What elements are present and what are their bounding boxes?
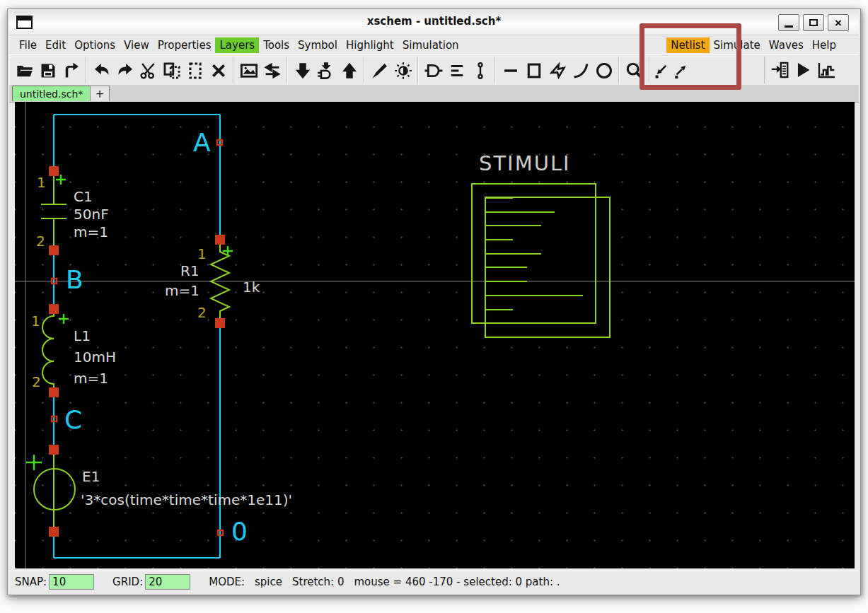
maximize-button[interactable] (803, 14, 824, 31)
make-symbol-icon (424, 62, 443, 80)
place-pin-icon (471, 62, 490, 80)
menu-item-highlight[interactable]: Highlight (342, 37, 398, 53)
toggle-colors-icon (394, 62, 412, 80)
draw-wire-icon (502, 62, 520, 80)
toolbar-group (364, 57, 418, 84)
svg-text:m=1: m=1 (74, 223, 108, 240)
menu-item-symbol[interactable]: Symbol (294, 37, 342, 53)
toolbar-group-right (764, 57, 840, 83)
netlist-button[interactable] (768, 59, 791, 81)
window-controls: × (778, 14, 849, 31)
svg-text:2: 2 (32, 373, 41, 390)
menu-item-help[interactable]: Help (808, 37, 840, 53)
place-pin-button[interactable] (468, 59, 492, 82)
place-symbol-icon (240, 62, 258, 80)
mouse-status: mouse = 460 -170 - selected: 0 path: . (354, 576, 560, 588)
draw-circle-button[interactable] (592, 59, 615, 82)
push-symbol-icon (317, 62, 335, 80)
menu-left: FileEditOptionsViewPropertiesLayersTools… (15, 37, 463, 53)
draw-polygon-button[interactable] (545, 59, 569, 82)
menu-item-simulation[interactable]: Simulation (398, 37, 463, 53)
mode-label: MODE: (209, 576, 245, 588)
schematic-canvas[interactable]: 1 2 C1 50nF m=1 1 2 L1 10mH m=1 (15, 102, 855, 568)
swap-layout-button[interactable] (260, 59, 284, 82)
paste-icon (186, 62, 204, 80)
show-netlist-button[interactable] (445, 59, 468, 82)
push-schematic-button[interactable] (291, 59, 314, 82)
undo-icon (93, 62, 111, 80)
save-file-button[interactable] (36, 59, 59, 82)
close-button[interactable]: × (828, 14, 849, 31)
simulate-button[interactable] (791, 59, 814, 81)
waves-button[interactable] (814, 59, 838, 81)
copy-button[interactable] (160, 59, 183, 82)
menu-item-options[interactable]: Options (70, 37, 120, 53)
menu-item-file[interactable]: File (15, 37, 41, 53)
svg-text:m=1: m=1 (165, 282, 199, 299)
draw-wire-button[interactable] (499, 59, 522, 82)
draw-arc-button[interactable] (569, 59, 592, 82)
grid-input[interactable]: 20 (145, 574, 190, 590)
open-file-icon (16, 62, 34, 80)
pop-hierarchy-button[interactable] (337, 59, 361, 82)
svg-text:2: 2 (36, 233, 45, 250)
svg-text:1: 1 (37, 174, 46, 191)
redo-button[interactable] (113, 59, 137, 82)
netlist-icon (770, 61, 789, 79)
snap-input[interactable]: 10 (49, 574, 94, 590)
svg-text:'3*cos(time*time*time*1e11)': '3*cos(time*time*time*1e11)' (81, 491, 292, 508)
toggle-colors-button[interactable] (391, 59, 415, 82)
minimize-button[interactable] (778, 14, 799, 31)
place-symbol-button[interactable] (237, 59, 260, 82)
menu-item-edit[interactable]: Edit (41, 37, 70, 53)
make-symbol-button[interactable] (422, 59, 445, 82)
menu-item-view[interactable]: View (120, 37, 154, 53)
paste-button[interactable] (183, 59, 207, 82)
undo-button[interactable] (90, 59, 113, 82)
save-file-icon (39, 62, 57, 80)
push-symbol-button[interactable] (314, 59, 337, 82)
component-e1[interactable]: E1 '3*cos(time*time*time*1e11)' (26, 445, 292, 537)
swap-layout-icon (263, 62, 282, 80)
draw-edit-button[interactable] (368, 59, 391, 82)
status-bar: SNAP: 10 GRID: 20 MODE: spice Stretch: 0… (9, 571, 859, 592)
svg-text:R1: R1 (180, 262, 199, 279)
tab-untitled-sch[interactable]: untitled.sch* (12, 86, 91, 101)
svg-text:1: 1 (197, 245, 207, 262)
net-label-0[interactable]: 0 (231, 517, 248, 546)
snap-label: SNAP: (15, 576, 47, 588)
cut-button[interactable] (137, 59, 160, 82)
component-l1[interactable]: 1 2 L1 10mH m=1 (31, 304, 116, 397)
reload-file-button[interactable] (59, 59, 83, 82)
svg-text:C1: C1 (74, 188, 93, 205)
menu-item-layers[interactable]: Layers (215, 37, 259, 53)
toolbar-group (233, 57, 287, 84)
net-label-c[interactable]: C (64, 405, 82, 434)
toolbar-group (495, 57, 619, 84)
menu-item-tools[interactable]: Tools (259, 37, 294, 53)
net-label-b[interactable]: B (66, 265, 83, 294)
draw-rect-icon (525, 62, 543, 80)
new-tab-button[interactable]: + (90, 86, 110, 101)
push-schematic-icon (294, 62, 312, 80)
open-file-button[interactable] (13, 59, 36, 82)
draw-rect-button[interactable] (522, 59, 545, 82)
stretch-status: Stretch: 0 (292, 576, 344, 588)
copy-icon (163, 62, 181, 80)
menu-item-waves[interactable]: Waves (765, 37, 808, 53)
delete-icon (209, 62, 228, 80)
svg-text:1: 1 (31, 313, 40, 329)
draw-arc-icon (572, 62, 590, 80)
draw-edit-icon (371, 62, 389, 80)
menu-item-properties[interactable]: Properties (154, 37, 216, 53)
svg-text:1k: 1k (243, 279, 260, 296)
waves-icon (817, 61, 835, 79)
net-label-a[interactable]: A (193, 128, 211, 157)
component-c1[interactable]: 1 2 C1 50nF m=1 (36, 166, 109, 255)
svg-text:2: 2 (197, 304, 207, 321)
xschem-window: xschem - untitled.sch* × FileEditOptions… (7, 8, 861, 595)
svg-text:STIMULI: STIMULI (479, 151, 571, 175)
grid-label: GRID: (112, 576, 143, 588)
delete-button[interactable] (207, 59, 230, 82)
toolbar-group (9, 57, 86, 84)
